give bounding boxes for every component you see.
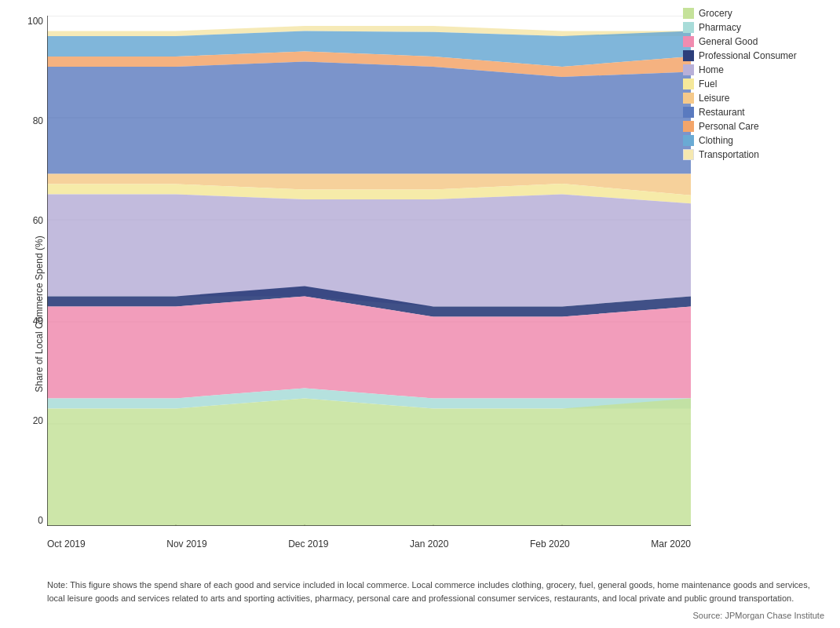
legend-label-grocery: Grocery xyxy=(699,8,732,19)
legend-color-clothing xyxy=(683,135,694,146)
legend-label-personal-care: Personal Care xyxy=(699,121,759,132)
chart-source: Source: JPMorgan Chase Institute xyxy=(692,611,824,620)
x-label-feb2020: Feb 2020 xyxy=(530,539,570,550)
legend-item-general-good: General Good xyxy=(683,36,824,47)
legend-label-home: Home xyxy=(699,64,724,75)
legend-color-home xyxy=(683,64,694,75)
legend-color-transportation xyxy=(683,149,694,160)
stacked-area-chart xyxy=(47,16,691,526)
legend-item-home: Home xyxy=(683,64,824,75)
y-tick-80: 80 xyxy=(24,115,43,126)
svg-marker-18 xyxy=(47,195,691,307)
x-label-jan2020: Jan 2020 xyxy=(410,539,448,550)
legend-item-restaurant: Restaurant xyxy=(683,107,824,118)
legend-item-grocery: Grocery xyxy=(683,8,824,19)
legend-item-professional-consumer: Professional Consumer xyxy=(683,50,824,61)
main-container: Share of Local Commerce Spend (%) 100 80… xyxy=(0,0,840,628)
x-label-dec2019: Dec 2019 xyxy=(288,539,328,550)
legend-label-general-good: General Good xyxy=(699,36,758,47)
legend-label-clothing: Clothing xyxy=(699,135,733,146)
legend-color-fuel xyxy=(683,78,694,89)
x-label-oct2019: Oct 2019 xyxy=(47,539,86,550)
legend-item-clothing: Clothing xyxy=(683,135,824,146)
legend-label-transportation: Transportation xyxy=(699,149,759,160)
legend-item-pharmacy: Pharmacy xyxy=(683,22,824,33)
y-tick-0: 0 xyxy=(24,515,43,526)
x-label-mar2020: Mar 2020 xyxy=(651,539,691,550)
legend-color-leisure xyxy=(683,93,694,104)
legend-item-transportation: Transportation xyxy=(683,149,824,160)
svg-marker-22 xyxy=(47,399,691,527)
legend-color-personal-care xyxy=(683,121,694,132)
y-tick-40: 40 xyxy=(24,316,43,327)
legend-item-fuel: Fuel xyxy=(683,78,824,89)
legend-label-fuel: Fuel xyxy=(699,78,717,89)
legend-color-grocery xyxy=(683,8,694,19)
legend-item-leisure: Leisure xyxy=(683,93,824,104)
x-label-nov2019: Nov 2019 xyxy=(166,539,206,550)
svg-marker-15 xyxy=(47,62,691,174)
legend: Grocery Pharmacy General Good Profession… xyxy=(683,8,824,163)
legend-label-restaurant: Restaurant xyxy=(699,107,745,118)
legend-label-professional-consumer: Professional Consumer xyxy=(699,50,797,61)
legend-color-pharmacy xyxy=(683,22,694,33)
chart-area: 100 80 60 40 20 0 xyxy=(47,16,691,526)
y-tick-100: 100 xyxy=(24,16,43,27)
y-tick-20: 20 xyxy=(24,415,43,426)
legend-item-personal-care: Personal Care xyxy=(683,121,824,132)
legend-label-pharmacy: Pharmacy xyxy=(699,22,741,33)
y-tick-60: 60 xyxy=(24,215,43,226)
legend-color-professional-consumer xyxy=(683,50,694,61)
y-axis-ticks: 100 80 60 40 20 0 xyxy=(24,16,43,526)
legend-color-restaurant xyxy=(683,107,694,118)
legend-color-general-good xyxy=(683,36,694,47)
chart-note: Note: This figure shows the spend share … xyxy=(47,579,824,604)
legend-label-leisure: Leisure xyxy=(699,93,729,104)
x-axis-labels: Oct 2019 Nov 2019 Dec 2019 Jan 2020 Feb … xyxy=(47,539,691,550)
